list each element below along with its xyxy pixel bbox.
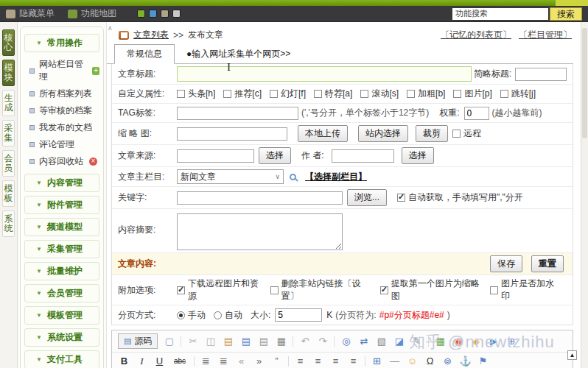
sidebar-section[interactable]: ▼ 支付工具 xyxy=(24,350,99,368)
auto-paging-radio[interactable]: 自动 xyxy=(214,309,242,322)
source-code-button[interactable]: ▤ 源码 xyxy=(118,333,158,349)
checkbox-icon[interactable] xyxy=(314,90,322,98)
blockquote-icon[interactable]: ” xyxy=(270,355,283,367)
remote-checkbox[interactable]: 远程 xyxy=(452,127,481,140)
quick-icon-tan[interactable] xyxy=(161,10,169,18)
special-char-icon[interactable]: Ω xyxy=(424,355,436,367)
underline-icon[interactable]: U xyxy=(153,355,166,367)
sidebar-section[interactable]: ▼ 附件管理 xyxy=(24,196,99,214)
radio-icon[interactable] xyxy=(177,311,185,319)
save-button[interactable]: 保存 xyxy=(490,255,522,272)
attribute-checkbox[interactable]: 幻灯[f] xyxy=(270,88,306,100)
paste-icon[interactable]: ▤ xyxy=(222,336,234,347)
reset-button[interactable]: 重置 xyxy=(531,255,564,272)
sidebar-item[interactable]: 评论管理 xyxy=(23,136,101,153)
ordered-list-icon[interactable]: ≣ xyxy=(200,355,212,367)
align-justify-icon[interactable]: ≡ xyxy=(347,355,360,367)
checkbox-icon[interactable] xyxy=(452,130,461,138)
sidebar-item[interactable]: 内容回收站 × xyxy=(23,153,101,170)
site-select-button[interactable]: 站内选择 xyxy=(358,125,408,142)
category-manage-link[interactable]: 〔栏目管理〕 xyxy=(519,29,572,41)
table-icon[interactable]: ⊞ xyxy=(371,355,383,367)
unordered-list-icon[interactable]: ≣ xyxy=(217,355,230,367)
crop-button[interactable]: 裁剪 xyxy=(416,125,448,142)
function-search-input[interactable] xyxy=(452,8,548,20)
sidebar-item[interactable]: 网站栏目管理 + xyxy=(23,56,101,85)
align-left-icon[interactable]: ≡ xyxy=(294,355,307,367)
checkbox-icon[interactable] xyxy=(407,90,415,98)
rail-tab-module[interactable]: 模块 xyxy=(2,60,15,86)
eraser-icon[interactable]: ◪ xyxy=(393,336,405,347)
sidebar-item[interactable]: 等审核的档案 xyxy=(23,102,101,119)
sidebar-section[interactable]: ▼ 采集管理 xyxy=(24,240,99,258)
weight-input[interactable] xyxy=(464,107,489,120)
smiley-icon[interactable]: ☺ xyxy=(406,355,419,367)
rail-tab-core[interactable]: 核心 xyxy=(2,29,15,56)
article-source-input[interactable] xyxy=(177,149,254,163)
checkbox-icon[interactable] xyxy=(177,90,185,98)
tab-collect-single-page[interactable]: ●输入网址采集单个网页>> xyxy=(186,45,290,63)
checkbox-icon[interactable] xyxy=(270,286,279,294)
rail-tab-member[interactable]: 会员 xyxy=(2,150,15,177)
search-category-icon[interactable] xyxy=(290,174,296,180)
extra-option-checkbox[interactable]: 下载远程图片和资源 xyxy=(177,277,262,302)
sidebar-section[interactable]: ▼ 批量维护 xyxy=(24,262,99,280)
checkbox-icon[interactable] xyxy=(223,90,231,98)
breadcrumb-list-link[interactable]: 文章列表 xyxy=(133,29,169,41)
author-select-button[interactable]: 选择 xyxy=(402,147,434,164)
extra-option-checkbox[interactable]: 图片是否加水印 xyxy=(490,277,559,302)
sidebar-section[interactable]: ▼ 会员管理 xyxy=(24,284,99,302)
attribute-checkbox[interactable]: 滚动[s] xyxy=(360,88,399,100)
rail-tab-collect[interactable]: 采集 xyxy=(2,120,15,146)
checkbox-icon[interactable] xyxy=(490,286,498,294)
checkbox-icon[interactable] xyxy=(453,90,461,98)
checkbox-icon[interactable] xyxy=(380,286,388,294)
sidebar-section[interactable]: ▼ 内容管理 xyxy=(24,174,99,192)
summary-textarea[interactable] xyxy=(177,213,343,250)
page-size-input[interactable] xyxy=(275,308,322,322)
quick-icon-blue[interactable] xyxy=(149,10,157,18)
hide-menu-button[interactable]: 隐藏菜单 xyxy=(6,7,55,20)
toolbar-divider[interactable] xyxy=(288,356,289,367)
vertical-scrollbar[interactable] xyxy=(581,22,588,368)
select-all-icon[interactable]: ▧ xyxy=(375,336,388,347)
quick-icon-gray[interactable] xyxy=(172,10,181,18)
toolbar-divider[interactable] xyxy=(365,356,365,367)
extra-option-checkbox[interactable]: 删除非站内链接〔设置〕 xyxy=(270,277,372,302)
tag-input[interactable] xyxy=(177,107,298,120)
short-title-input[interactable] xyxy=(515,68,567,81)
strikethrough-icon[interactable]: abc xyxy=(171,355,189,367)
new-page-icon[interactable]: ▢ xyxy=(163,336,175,347)
paste-text-icon[interactable]: ▤ xyxy=(257,336,270,347)
attribute-checkbox[interactable]: 加粗[b] xyxy=(407,88,445,100)
extra-option-checkbox[interactable]: 提取第一个图片为缩略图 xyxy=(380,277,482,302)
toolbar-divider[interactable] xyxy=(194,356,195,367)
keywords-input[interactable] xyxy=(177,191,343,205)
main-category-select[interactable]: 新闻文章 ∨ xyxy=(177,169,284,184)
checkbox-icon[interactable] xyxy=(177,286,185,294)
attribute-checkbox[interactable]: 头条[h] xyxy=(177,88,215,100)
replace-icon[interactable]: ⇄ xyxy=(357,336,370,347)
back-to-top-button[interactable]: ▲ xyxy=(567,350,577,360)
checkbox-icon[interactable] xyxy=(500,90,508,98)
find-icon[interactable]: ◎ xyxy=(340,336,352,347)
attribute-checkbox[interactable]: 图片[p] xyxy=(453,88,491,100)
select-sub-category-link[interactable]: 【选择副栏目】 xyxy=(305,171,367,183)
anchor-icon[interactable]: ⚓ xyxy=(459,355,472,367)
rail-tab-template[interactable]: 模板 xyxy=(2,180,15,207)
sidebar-collapse-arrow[interactable]: ∧ xyxy=(108,24,113,32)
paste-word-icon[interactable]: ▤ xyxy=(239,336,252,347)
redo-icon[interactable]: ↷ xyxy=(316,336,329,347)
cut-icon[interactable]: ✂ xyxy=(186,336,199,347)
sidebar-section[interactable]: ▼ 频道模型 xyxy=(24,218,99,236)
auto-fetch-checkbox[interactable]: 自动获取，手动填写用","分开 xyxy=(397,191,523,204)
italic-icon[interactable]: I xyxy=(136,355,148,367)
attribute-checkbox[interactable]: 特荐[a] xyxy=(314,88,352,100)
radio-icon[interactable] xyxy=(214,311,222,319)
search-button[interactable]: 搜索 xyxy=(550,7,582,21)
undo-icon[interactable]: ↶ xyxy=(298,336,311,347)
attribute-checkbox[interactable]: 跳转[j] xyxy=(500,88,536,100)
globe-icon[interactable]: ⊚ xyxy=(441,355,454,367)
indent-icon[interactable]: » xyxy=(253,355,265,367)
checkbox-icon[interactable] xyxy=(270,90,278,98)
